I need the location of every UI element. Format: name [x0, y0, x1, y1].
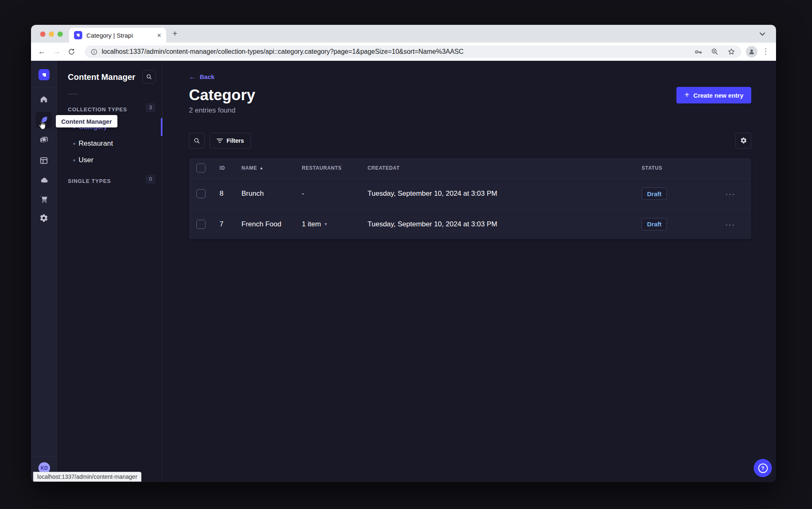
column-header-status[interactable]: STATUS — [642, 165, 720, 171]
panel-search-button[interactable] — [142, 70, 156, 84]
content-manager-tooltip: Content Manager — [56, 115, 117, 127]
filter-icon — [217, 138, 223, 143]
entries-table: ID NAME ▲ RESTAURANTS CREATEDAT STATUS 8… — [189, 158, 751, 239]
column-header-name[interactable]: NAME ▲ — [241, 165, 302, 171]
maximize-window-button[interactable] — [57, 31, 63, 37]
sidebar-item-restaurant[interactable]: Restaurant — [57, 135, 162, 152]
mouse-cursor — [37, 120, 47, 132]
table-row[interactable]: 7 French Food 1 item ▾ Tuesday, Septembe… — [189, 209, 751, 239]
sidebar-item-user[interactable]: User — [57, 152, 162, 168]
tab-close-icon[interactable]: × — [157, 32, 161, 39]
table-search-button[interactable] — [189, 133, 205, 149]
collection-types-count-badge: 3 — [146, 103, 155, 112]
zoom-icon[interactable] — [711, 48, 719, 56]
entries-count-text: 2 entries found — [189, 106, 751, 115]
table-settings-button[interactable] — [736, 133, 751, 149]
browser-forward-button: → — [49, 47, 64, 56]
password-key-icon[interactable] — [694, 48, 702, 56]
column-header-restaurants[interactable]: RESTAURANTS — [302, 165, 368, 171]
tab-search-chevron-icon[interactable] — [756, 28, 769, 40]
strapi-favicon-icon — [74, 31, 82, 39]
search-icon — [193, 137, 200, 144]
strapi-app: KD Content Manager COLLECTION TYPES 3 Ca… — [31, 61, 776, 482]
bookmark-star-icon[interactable] — [727, 48, 736, 56]
browser-toolbar: ← → localhost:1337/admin/content-manager… — [31, 43, 776, 61]
row-checkbox[interactable] — [196, 189, 205, 198]
gear-icon — [740, 137, 747, 144]
close-window-button[interactable] — [40, 31, 45, 37]
settings-gear-icon[interactable] — [36, 210, 52, 226]
row-actions-menu-icon[interactable]: ··· — [720, 219, 751, 229]
panel-divider — [68, 94, 78, 94]
cell-restaurants: - — [302, 190, 368, 198]
cloud-icon[interactable] — [36, 172, 52, 189]
browser-menu-icon[interactable]: ⋮ — [762, 47, 769, 56]
cell-id: 8 — [220, 190, 241, 198]
cell-createdat: Tuesday, September 10, 2024 at 3:03 PM — [368, 190, 642, 198]
row-checkbox[interactable] — [196, 220, 205, 229]
table-header-row: ID NAME ▲ RESTAURANTS CREATEDAT STATUS — [189, 158, 751, 179]
browser-back-button[interactable]: ← — [34, 47, 49, 56]
browser-tab[interactable]: Category | Strapi × — [69, 28, 166, 43]
home-icon[interactable] — [36, 91, 52, 108]
minimize-window-button[interactable] — [49, 31, 54, 37]
column-header-createdat[interactable]: CREATEDAT — [368, 165, 642, 171]
collection-types-label: COLLECTION TYPES — [68, 106, 127, 113]
new-tab-button[interactable]: + — [172, 29, 177, 38]
cell-id: 7 — [220, 220, 241, 228]
question-mark-icon: ? — [758, 463, 768, 473]
browser-window: Category | Strapi × + ← → localhost:1337… — [31, 25, 776, 482]
single-types-count-badge: 0 — [146, 175, 155, 184]
browser-profile-avatar[interactable] — [746, 46, 757, 58]
browser-reload-button[interactable] — [64, 48, 79, 55]
panel-title: Content Manager — [68, 72, 135, 82]
page-title: Category — [189, 87, 255, 104]
cell-name: Brunch — [241, 190, 302, 198]
main-content: ← Back Category + Create new entry 2 ent… — [162, 61, 776, 482]
single-types-label: SINGLE TYPES — [68, 178, 111, 184]
browser-tab-strip: Category | Strapi × + — [31, 25, 776, 43]
plus-icon: + — [684, 91, 689, 99]
marketplace-cart-icon[interactable] — [36, 191, 52, 207]
back-arrow-icon: ← — [189, 73, 196, 80]
page-info-icon[interactable] — [91, 48, 98, 55]
status-badge: Draft — [642, 218, 667, 230]
url-text[interactable]: localhost:1337/admin/content-manager/col… — [102, 48, 689, 55]
content-type-builder-icon[interactable] — [36, 152, 52, 169]
status-badge: Draft — [642, 187, 667, 200]
cell-name: French Food — [241, 220, 302, 228]
url-bar[interactable]: localhost:1337/admin/content-manager/col… — [85, 46, 741, 58]
browser-status-bar: localhost:1337/admin/content-manager — [33, 472, 141, 482]
media-library-icon[interactable] — [36, 132, 52, 148]
cell-restaurants[interactable]: 1 item ▾ — [302, 220, 368, 228]
cell-createdat: Tuesday, September 10, 2024 at 3:03 PM — [368, 220, 642, 228]
strapi-logo-icon[interactable] — [38, 69, 50, 80]
help-button[interactable]: ? — [754, 459, 772, 477]
tab-title: Category | Strapi — [86, 32, 157, 39]
column-header-id[interactable]: ID — [220, 165, 241, 171]
select-all-checkbox[interactable] — [196, 163, 205, 173]
bullet-icon — [73, 143, 75, 145]
filters-button[interactable]: Filters — [210, 133, 251, 149]
row-actions-menu-icon[interactable]: ··· — [720, 189, 751, 199]
create-new-entry-button[interactable]: + Create new entry — [676, 87, 751, 103]
table-row[interactable]: 8 Brunch - Tuesday, September 10, 2024 a… — [189, 179, 751, 209]
back-link[interactable]: ← Back — [189, 73, 215, 80]
bullet-icon — [73, 159, 75, 161]
window-controls — [40, 31, 63, 37]
sort-ascending-icon: ▲ — [260, 166, 264, 170]
chevron-down-icon: ▾ — [325, 221, 327, 227]
